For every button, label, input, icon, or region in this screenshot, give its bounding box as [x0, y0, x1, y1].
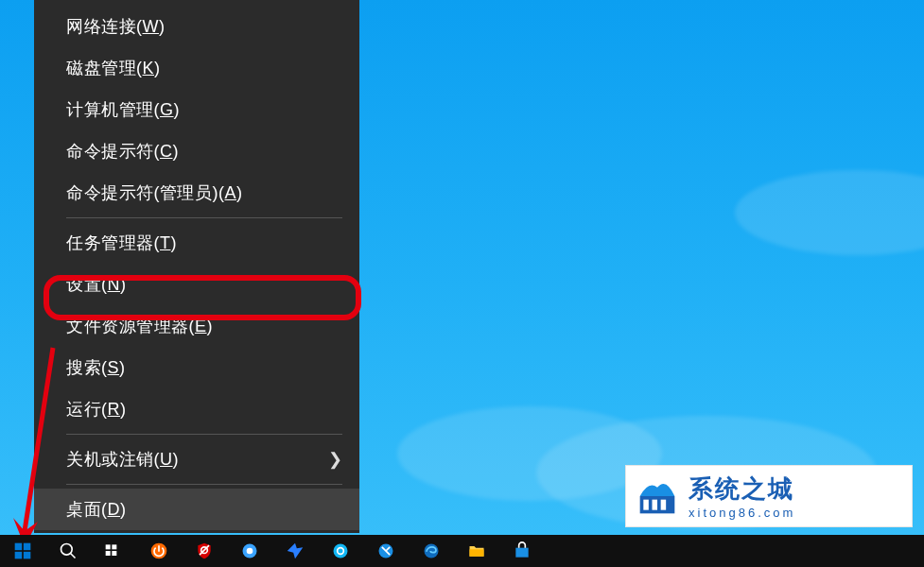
svg-rect-10: [106, 544, 111, 549]
menu-item-label: 关机或注销(U): [66, 448, 179, 471]
cloud-decoration: [735, 170, 924, 255]
drive-icon[interactable]: [227, 535, 272, 567]
task-view-icon[interactable]: [91, 535, 136, 567]
svg-rect-5: [24, 543, 31, 551]
menu-item-D[interactable]: 桌面(D): [34, 489, 359, 530]
taskbar: [0, 535, 924, 567]
start-button[interactable]: [0, 535, 45, 567]
menu-item-label: 磁盘管理(K): [66, 57, 161, 79]
winx-power-menu: 网络连接(W)磁盘管理(K)计算机管理(G)命令提示符(C)命令提示符(管理员)…: [34, 0, 359, 533]
svg-point-8: [61, 544, 73, 556]
menu-item-label: 设置(N): [66, 273, 127, 296]
edge-icon[interactable]: [409, 535, 454, 567]
menu-item-label: 命令提示符(管理员)(A): [66, 181, 243, 204]
menu-item-G[interactable]: 计算机管理(G): [34, 89, 359, 130]
menu-item-label: 任务管理器(T): [66, 232, 177, 254]
svg-point-18: [247, 548, 253, 555]
search-icon[interactable]: [45, 535, 91, 567]
svg-rect-12: [106, 551, 111, 556]
menu-item-label: 桌面(D): [66, 498, 127, 521]
menu-separator: [66, 484, 342, 485]
cloud-decoration: [397, 406, 662, 501]
watermark-icon: [636, 474, 679, 518]
watermark-badge: 系统之城 xitong86.com: [625, 465, 913, 527]
chevron-right-icon: ❯: [328, 449, 342, 470]
svg-rect-4: [15, 543, 23, 551]
watermark-url: xitong86.com: [689, 506, 795, 520]
qq-icon[interactable]: [318, 535, 363, 567]
menu-item-T[interactable]: 任务管理器(T): [34, 222, 359, 264]
svg-rect-13: [112, 551, 116, 556]
menu-item-U[interactable]: 关机或注销(U)❯: [34, 438, 359, 480]
menu-item-C[interactable]: 命令提示符(C): [34, 130, 359, 172]
svg-line-9: [71, 554, 76, 558]
watermark-title: 系统之城: [689, 472, 795, 506]
shield-icon[interactable]: [182, 535, 227, 567]
menu-item-label: 运行(R): [66, 398, 127, 421]
menu-item-label: 命令提示符(C): [66, 140, 179, 163]
svg-rect-6: [15, 552, 23, 559]
menu-separator: [66, 434, 342, 435]
menu-item-N[interactable]: 设置(N): [34, 264, 359, 305]
menu-item-W[interactable]: 网络连接(W): [34, 6, 359, 47]
svg-point-21: [339, 549, 343, 554]
menu-item-K[interactable]: 磁盘管理(K): [34, 47, 359, 89]
menu-separator: [66, 217, 342, 218]
menu-item-label: 文件资源管理器(E): [66, 315, 213, 337]
power-app-icon[interactable]: [136, 535, 182, 567]
store-icon[interactable]: [499, 535, 545, 567]
svg-rect-7: [24, 552, 31, 559]
svg-rect-24: [470, 549, 484, 557]
thunderbird-icon[interactable]: [272, 535, 318, 567]
menu-item-label: 网络连接(W): [66, 15, 166, 38]
menu-item-label: 计算机管理(G): [66, 98, 180, 121]
browser-globe-icon[interactable]: [363, 535, 409, 567]
svg-rect-2: [653, 500, 658, 510]
svg-rect-11: [112, 544, 116, 549]
file-explorer-icon[interactable]: [454, 535, 499, 567]
svg-rect-1: [643, 500, 649, 510]
menu-item-E[interactable]: 文件资源管理器(E): [34, 305, 359, 347]
menu-item-S[interactable]: 搜索(S): [34, 347, 359, 388]
menu-item-A[interactable]: 命令提示符(管理员)(A): [34, 172, 359, 214]
menu-item-R[interactable]: 运行(R): [34, 388, 359, 430]
svg-rect-3: [661, 500, 667, 510]
menu-item-label: 搜索(S): [66, 356, 126, 379]
